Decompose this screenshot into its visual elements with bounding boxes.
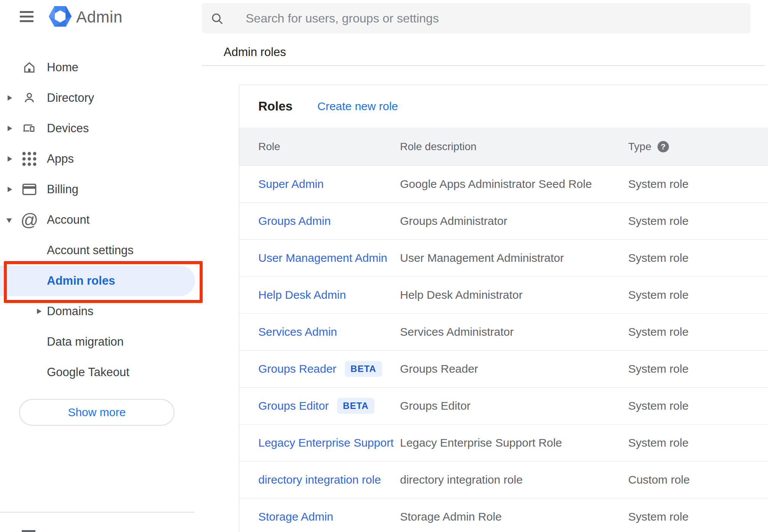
role-link[interactable]: User Management Admin (258, 252, 387, 264)
role-description: Groups Reader (400, 362, 478, 375)
sidebar-item-label: Home (47, 61, 78, 74)
role-description: Google Apps Administrator Seed Role (400, 178, 592, 191)
role-type: System role (628, 178, 688, 191)
column-header-type: Type (628, 141, 651, 153)
sidebar-divider (0, 512, 194, 513)
admin-logo-icon[interactable] (49, 6, 72, 28)
table-header-row: Role Role description Type ? (239, 128, 768, 165)
beta-badge: BETA (337, 398, 374, 414)
sidebar-item-directory[interactable]: Directory (0, 83, 202, 113)
sidebar-item-label: Billing (47, 183, 78, 196)
sidebar-item-label: Google Takeout (47, 365, 130, 379)
breadcrumb: Admin roles (224, 45, 286, 59)
role-link[interactable]: Legacy Enterprise Support (258, 436, 394, 449)
beta-badge: BETA (345, 361, 382, 377)
role-type: System role (628, 436, 688, 449)
search-bar[interactable]: Search for users, groups or settings (202, 3, 750, 34)
role-link[interactable]: Help Desk Admin (258, 288, 346, 301)
card-title: Roles (258, 99, 293, 114)
role-link[interactable]: Groups Admin (258, 215, 331, 228)
sidebar: Admin Home Directory (0, 0, 202, 532)
table-row: User Management Admin User Management Ad… (239, 239, 768, 276)
home-icon (22, 60, 37, 75)
expand-arrow-icon[interactable] (8, 95, 12, 101)
sidebar-item-account[interactable]: @ Account (0, 205, 202, 235)
role-link[interactable]: directory integration role (258, 473, 381, 486)
table-row: Legacy Enterprise Support Legacy Enterpr… (239, 424, 768, 461)
sidebar-header: Admin (0, 0, 202, 34)
role-description: Groups Administrator (400, 215, 507, 228)
admin-console: Admin Home Directory (0, 0, 768, 532)
roles-card-header: Roles Create new role (239, 85, 768, 128)
role-description: User Management Administrator (400, 252, 564, 264)
role-description: directory integration role (400, 473, 523, 486)
table-row: Groups Admin Groups Administrator System… (239, 202, 768, 239)
sidebar-item-data-migration[interactable]: Data migration (0, 327, 202, 357)
sidebar-item-label: Admin roles (47, 274, 115, 288)
role-type: System role (628, 215, 688, 228)
sidebar-item-label: Account (47, 213, 90, 227)
at-sign-icon: @ (22, 212, 37, 228)
collapse-arrow-icon[interactable] (6, 218, 12, 223)
table-row: Help Desk Admin Help Desk Administrator … (239, 276, 768, 313)
role-type: System role (628, 510, 688, 523)
table-body: Super Admin Google Apps Administrator Se… (239, 165, 768, 532)
person-icon (22, 90, 37, 106)
search-icon (210, 12, 224, 27)
menu-icon[interactable] (20, 11, 34, 22)
role-link[interactable]: Groups Editor (258, 399, 329, 412)
column-header-description: Role description (400, 141, 477, 153)
expand-arrow-icon[interactable] (8, 126, 12, 131)
role-type: System role (628, 325, 688, 338)
table-row: Groups Editor BETA Groups Editor System … (239, 387, 768, 424)
sidebar-item-home[interactable]: Home (0, 52, 202, 83)
sidebar-item-devices[interactable]: Devices (0, 113, 202, 144)
sidebar-item-billing[interactable]: Billing (0, 174, 202, 205)
search-placeholder: Search for users, groups or settings (246, 11, 439, 26)
create-new-role-link[interactable]: Create new role (317, 100, 398, 113)
role-description: Legacy Enterprise Support Role (400, 436, 562, 449)
role-link[interactable]: Services Admin (258, 325, 337, 338)
role-type: System role (628, 252, 688, 264)
sidebar-item-label: Domains (47, 304, 93, 318)
sidebar-item-label: Devices (47, 122, 89, 135)
role-type: System role (628, 399, 688, 412)
divider (202, 65, 765, 66)
sidebar-item-apps[interactable]: Apps (0, 144, 202, 174)
role-description: Storage Admin Role (400, 510, 502, 523)
expand-arrow-icon[interactable] (37, 309, 42, 314)
role-description: Services Administrator (400, 325, 514, 338)
table-row: directory integration role directory int… (239, 461, 768, 498)
sidebar-item-label: Data migration (47, 335, 124, 349)
role-type: System role (628, 288, 688, 301)
role-type: Custom role (628, 473, 690, 486)
sidebar-item-admin-roles[interactable]: Admin roles (0, 266, 195, 296)
role-link[interactable]: Groups Reader (258, 362, 336, 375)
role-type: System role (628, 362, 688, 375)
role-link[interactable]: Super Admin (258, 178, 324, 191)
devices-icon (22, 121, 37, 136)
role-description: Help Desk Administrator (400, 288, 523, 301)
column-header-role: Role (258, 141, 280, 153)
apps-grid-icon (22, 151, 37, 167)
sidebar-item-label: Apps (47, 152, 74, 166)
cutoff-sidebar-icon (22, 530, 35, 532)
role-link[interactable]: Storage Admin (258, 510, 333, 523)
expand-arrow-icon[interactable] (8, 156, 12, 162)
show-more-button[interactable]: Show more (19, 399, 174, 426)
table-row: Storage Admin Storage Admin Role System … (239, 498, 768, 532)
sidebar-nav: Home Directory De (0, 52, 202, 388)
product-title: Admin (76, 6, 123, 28)
expand-arrow-icon[interactable] (8, 187, 12, 192)
sidebar-item-account-settings[interactable]: Account settings (0, 235, 202, 266)
table-row: Super Admin Google Apps Administrator Se… (239, 165, 768, 202)
sidebar-item-label: Account settings (47, 244, 133, 257)
roles-card: Roles Create new role Role Role descript… (239, 85, 768, 532)
help-icon[interactable]: ? (658, 141, 669, 152)
sidebar-item-label: Directory (47, 91, 94, 105)
sidebar-item-google-takeout[interactable]: Google Takeout (0, 357, 202, 388)
role-description: Groups Editor (400, 399, 470, 412)
table-row: Groups Reader BETA Groups Reader System … (239, 350, 768, 387)
credit-card-icon (22, 182, 37, 197)
sidebar-item-domains[interactable]: Domains (0, 296, 202, 327)
